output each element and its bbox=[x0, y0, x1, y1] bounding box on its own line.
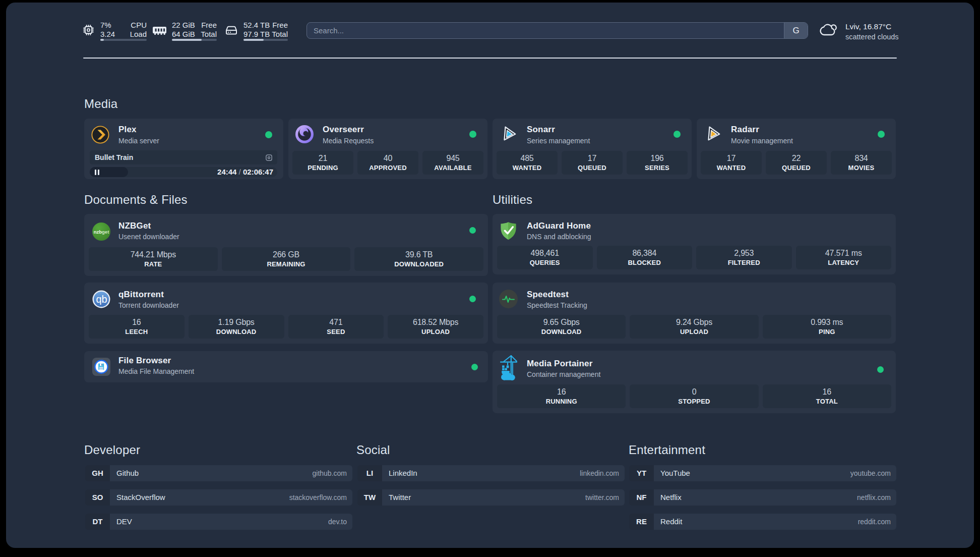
svg-text:qb: qb bbox=[96, 294, 107, 305]
svg-text:nzbget: nzbget bbox=[94, 229, 109, 235]
